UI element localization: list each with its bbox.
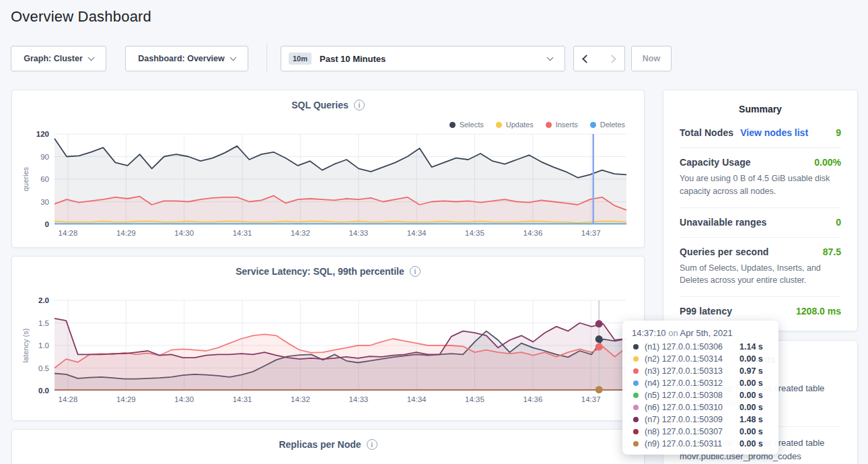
time-prev-button[interactable] bbox=[573, 46, 600, 71]
node-color-dot-icon bbox=[633, 393, 639, 398]
time-range-dropdown[interactable]: 10m Past 10 Minutes bbox=[281, 46, 565, 71]
tooltip-node-value: 0.00 s bbox=[739, 439, 763, 449]
tooltip-node-value: 0.00 s bbox=[739, 378, 763, 388]
capacity-usage-description: You are using 0 B of 4.5 GiB usable disk… bbox=[680, 172, 841, 198]
svg-text:0.0: 0.0 bbox=[38, 387, 49, 395]
svg-text:0: 0 bbox=[45, 220, 49, 228]
node-color-dot-icon bbox=[633, 405, 639, 410]
svg-text:14:28: 14:28 bbox=[59, 395, 78, 403]
service-latency-chart[interactable]: 14:2814:2914:3014:3114:3214:3314:3414:35… bbox=[12, 257, 645, 421]
chart-hover-tooltip: 14:37:10 on Apr 5th, 2021 (n1) 127.0.0.1… bbox=[622, 321, 779, 455]
node-color-dot-icon bbox=[633, 356, 639, 362]
svg-text:14:34: 14:34 bbox=[407, 395, 427, 403]
tooltip-node-label: (n8) 127.0.0.1:50307 bbox=[645, 427, 739, 436]
dashboard-dropdown[interactable]: Dashboard: Overview bbox=[125, 46, 248, 71]
tooltip-node-value: 1.48 s bbox=[739, 415, 763, 424]
tooltip-node-label: (n2) 127.0.0.1:50314 bbox=[645, 354, 739, 364]
unavailable-ranges-label: Unavailable ranges bbox=[680, 217, 766, 228]
summary-panel: Summary Total Nodes View nodes list 9 Ca… bbox=[663, 90, 858, 331]
controls-divider bbox=[266, 43, 267, 73]
queries-per-second-value: 87.5 bbox=[823, 246, 841, 257]
tooltip-row: (n9) 127.0.0.1:503110.00 s bbox=[632, 438, 769, 450]
svg-text:14:36: 14:36 bbox=[523, 229, 543, 237]
tooltip-node-label: (n9) 127.0.0.1:50311 bbox=[645, 439, 739, 449]
time-range-badge: 10m bbox=[289, 53, 312, 65]
chevron-down-icon bbox=[229, 54, 236, 61]
node-color-dot-icon bbox=[633, 368, 639, 374]
total-nodes-value: 9 bbox=[836, 127, 841, 138]
tooltip-node-value: 0.00 s bbox=[739, 427, 763, 436]
chevron-left-icon bbox=[582, 55, 591, 63]
svg-text:14:35: 14:35 bbox=[465, 229, 484, 237]
chevron-right-icon bbox=[608, 55, 616, 63]
svg-text:14:35: 14:35 bbox=[465, 395, 484, 403]
tooltip-row: (n2) 127.0.0.1:503140.00 s bbox=[632, 353, 769, 365]
tooltip-node-label: (n4) 127.0.0.1:50312 bbox=[645, 378, 739, 388]
tooltip-node-value: 0.00 s bbox=[739, 403, 763, 412]
sql-queries-chart[interactable]: 14:2814:2914:3014:3114:3214:3314:3414:35… bbox=[12, 90, 645, 248]
svg-text:14:37: 14:37 bbox=[581, 229, 601, 237]
tooltip-row: (n6) 127.0.0.1:503100.00 s bbox=[632, 401, 769, 413]
svg-text:1.0: 1.0 bbox=[38, 341, 49, 350]
svg-text:0.5: 0.5 bbox=[38, 364, 49, 372]
chevron-down-icon bbox=[87, 54, 94, 61]
svg-text:14:34: 14:34 bbox=[407, 229, 427, 237]
sql-queries-card: SQL Queries i SelectsUpdatesInsertsDelet… bbox=[11, 90, 645, 248]
node-color-dot-icon bbox=[633, 417, 639, 422]
svg-text:14:32: 14:32 bbox=[291, 229, 310, 237]
p99-latency-label: P99 latency bbox=[680, 306, 732, 317]
svg-text:14:33: 14:33 bbox=[349, 395, 368, 403]
svg-text:14:30: 14:30 bbox=[174, 395, 194, 403]
node-color-dot-icon bbox=[633, 429, 639, 434]
tooltip-node-label: (n6) 127.0.0.1:50310 bbox=[645, 403, 739, 412]
tooltip-node-value: 0.00 s bbox=[739, 391, 763, 400]
svg-text:14:29: 14:29 bbox=[116, 395, 136, 403]
node-color-dot-icon bbox=[633, 380, 639, 386]
node-color-dot-icon bbox=[633, 344, 639, 350]
tooltip-node-value: 1.14 s bbox=[739, 342, 763, 352]
svg-text:1.5: 1.5 bbox=[38, 319, 49, 327]
svg-text:14:36: 14:36 bbox=[523, 395, 543, 403]
now-button[interactable]: Now bbox=[631, 46, 672, 71]
total-nodes-label: Total Nodes bbox=[680, 127, 733, 138]
graph-dropdown[interactable]: Graph: Cluster bbox=[11, 46, 106, 71]
tooltip-node-label: (n5) 127.0.0.1:50308 bbox=[645, 391, 739, 400]
tooltip-row: (n5) 127.0.0.1:503080.00 s bbox=[632, 389, 769, 401]
time-range-label: Past 10 Minutes bbox=[320, 54, 548, 64]
svg-text:14:30: 14:30 bbox=[174, 229, 194, 237]
node-color-dot-icon bbox=[633, 441, 639, 446]
replicas-per-node-title: Replicas per Node i bbox=[12, 439, 644, 450]
view-nodes-list-link[interactable]: View nodes list bbox=[740, 127, 808, 138]
capacity-usage-value: 0.00% bbox=[814, 157, 841, 168]
tooltip-row: (n3) 127.0.0.1:503130.97 s bbox=[632, 365, 769, 377]
svg-text:90: 90 bbox=[40, 153, 49, 161]
dashboard-dropdown-label: Dashboard: Overview bbox=[138, 54, 225, 63]
tooltip-node-label: (n7) 127.0.0.1:50309 bbox=[645, 415, 739, 424]
capacity-usage-label: Capacity Usage bbox=[680, 157, 751, 168]
graph-dropdown-label: Graph: Cluster bbox=[24, 54, 83, 63]
unavailable-ranges-value: 0 bbox=[836, 217, 841, 228]
tooltip-row: (n1) 127.0.0.1:503061.14 s bbox=[632, 341, 769, 353]
svg-text:14:31: 14:31 bbox=[233, 229, 252, 237]
tooltip-row: (n7) 127.0.0.1:503091.48 s bbox=[632, 413, 769, 426]
svg-text:2.0: 2.0 bbox=[38, 296, 49, 304]
overview-dashboard-page: Overview Dashboard Graph: Cluster Dashbo… bbox=[0, 0, 868, 464]
svg-text:14:33: 14:33 bbox=[349, 229, 368, 237]
time-next-button[interactable] bbox=[599, 46, 625, 71]
tooltip-node-value: 0.97 s bbox=[739, 366, 763, 376]
chevron-down-icon bbox=[547, 54, 554, 61]
svg-text:queries: queries bbox=[22, 166, 30, 191]
info-icon[interactable]: i bbox=[367, 439, 377, 450]
svg-text:14:31: 14:31 bbox=[233, 395, 252, 403]
svg-text:latency (s): latency (s) bbox=[22, 329, 30, 363]
svg-text:120: 120 bbox=[36, 130, 49, 138]
tooltip-node-label: (n1) 127.0.0.1:50306 bbox=[645, 342, 739, 352]
p99-latency-value: 1208.0 ms bbox=[796, 306, 841, 317]
svg-text:30: 30 bbox=[40, 198, 49, 206]
queries-per-second-label: Queries per second bbox=[680, 246, 769, 257]
queries-per-second-description: Sum of Selects, Updates, Inserts, and De… bbox=[680, 262, 841, 288]
service-latency-card: Service Latency: SQL, 99th percentile i … bbox=[11, 256, 645, 421]
svg-text:14:37: 14:37 bbox=[581, 395, 601, 403]
page-title: Overview Dashboard bbox=[11, 8, 151, 26]
svg-text:60: 60 bbox=[40, 175, 49, 183]
